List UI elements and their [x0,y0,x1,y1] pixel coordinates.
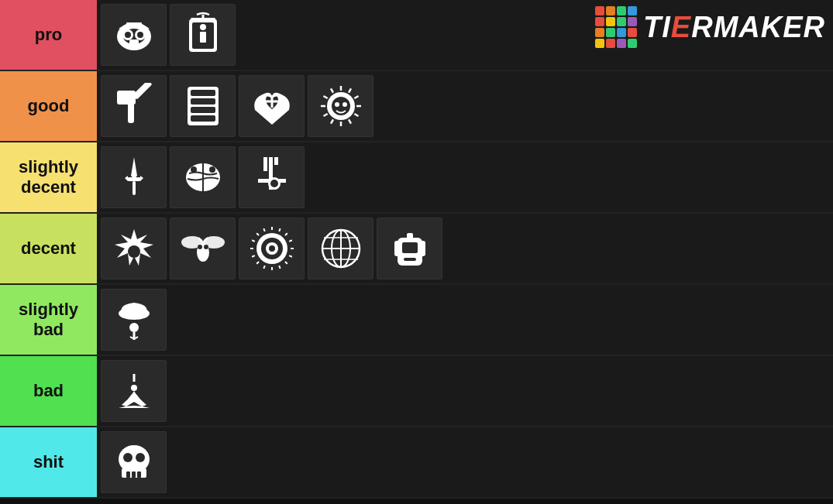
svg-point-4 [125,32,131,38]
svg-line-68 [263,266,265,269]
logo-grid-cell [595,28,604,37]
tier-items-decent [97,214,833,283]
svg-line-39 [354,96,358,98]
tier-label-slightly-decent: slightly decent [0,142,97,212]
svg-line-77 [284,233,287,235]
svg-rect-48 [269,157,273,168]
tier-item-globe-cross[interactable] [308,218,373,279]
svg-rect-91 [402,242,418,253]
svg-point-5 [137,32,143,38]
svg-rect-94 [394,241,399,256]
svg-marker-43 [125,176,128,181]
tier-row-decent: decent [0,214,833,285]
tier-item-sun-face[interactable] [308,75,373,137]
tier-item-gasmask[interactable] [101,4,167,66]
svg-point-59 [198,245,202,249]
logo-grid-cell [595,39,604,48]
logo-grid-cell [628,6,637,15]
svg-rect-92 [407,233,413,241]
tier-items-bad [97,356,833,426]
tier-item-cowboy[interactable] [101,289,167,351]
svg-line-35 [323,96,327,98]
svg-line-76 [279,228,281,231]
tier-label-shit: shit [0,427,97,497]
tier-item-hammer[interactable] [101,75,167,137]
svg-rect-49 [274,157,278,165]
tier-item-dagger[interactable] [101,146,167,208]
svg-point-55 [128,245,140,258]
logo-grid-cell [617,28,626,37]
svg-point-26 [335,102,339,107]
svg-rect-7 [126,22,133,29]
svg-line-69 [256,262,259,264]
svg-rect-107 [137,471,141,478]
svg-rect-42 [133,181,136,195]
tier-items-shit [97,427,833,497]
svg-line-32 [331,119,333,123]
tier-item-ammo-clip[interactable] [170,75,236,137]
svg-point-27 [342,102,347,107]
svg-rect-18 [191,90,215,96]
tier-item-pipes[interactable] [239,146,305,208]
svg-line-78 [289,240,292,242]
svg-rect-15 [133,83,152,100]
svg-point-82 [269,245,275,252]
logo-grid-cell [606,39,615,48]
svg-point-97 [129,323,139,332]
svg-point-11 [200,24,206,30]
svg-line-74 [263,228,265,231]
logo-text: TiERMAKER [643,11,825,44]
svg-point-103 [123,453,133,462]
logo-grid-cell [617,39,626,48]
logo-grid-cell [617,6,626,15]
tier-row-good: good [0,71,833,142]
tier-label-bad: bad [0,356,97,426]
svg-point-54 [270,180,278,187]
svg-line-29 [354,114,358,116]
tier-item-eye[interactable] [239,218,305,279]
logo-grid-cell [595,6,604,15]
logo-grid [595,6,637,48]
svg-rect-21 [191,115,215,122]
svg-line-73 [256,233,259,235]
svg-point-104 [136,453,145,462]
svg-line-36 [331,88,333,92]
logo-grid-cell [628,28,637,37]
svg-rect-16 [128,98,134,123]
tier-item-shield-device[interactable] [170,4,236,66]
logo-grid-cell [628,17,637,26]
tier-item-backpack[interactable] [377,218,442,279]
svg-rect-93 [404,258,416,261]
svg-line-38 [349,88,351,92]
tier-item-skull[interactable] [101,431,167,493]
logo-grid-cell [606,28,615,37]
tier-items-slightly-decent [97,142,833,212]
logo-grid-cell [628,39,637,48]
svg-rect-95 [421,241,425,256]
svg-rect-12 [200,32,206,43]
svg-line-33 [323,114,327,116]
svg-marker-44 [140,176,143,181]
svg-line-65 [284,262,287,264]
tier-item-explosion[interactable] [101,218,167,279]
logo-grid-cell [595,17,604,26]
svg-point-46 [191,166,197,173]
svg-line-64 [289,255,292,257]
tier-item-bomb-plant[interactable] [101,360,167,422]
tier-item-brain[interactable] [170,146,236,208]
tier-label-good: good [0,71,97,141]
logo-grid-cell [617,17,626,26]
svg-line-66 [279,266,281,269]
svg-rect-8 [136,22,142,29]
tier-row-shit: shit [0,427,833,499]
svg-rect-105 [126,471,130,478]
tier-item-heart-shield[interactable] [239,75,305,137]
svg-marker-40 [131,157,137,179]
svg-rect-50 [263,157,267,171]
svg-point-60 [204,245,208,249]
svg-point-47 [209,166,215,173]
tier-item-fly[interactable] [170,218,236,279]
svg-line-70 [252,255,255,257]
tier-row-slightly-decent: slightly decent [0,142,833,214]
tier-row-slightly-bad: slightly bad [0,285,833,356]
